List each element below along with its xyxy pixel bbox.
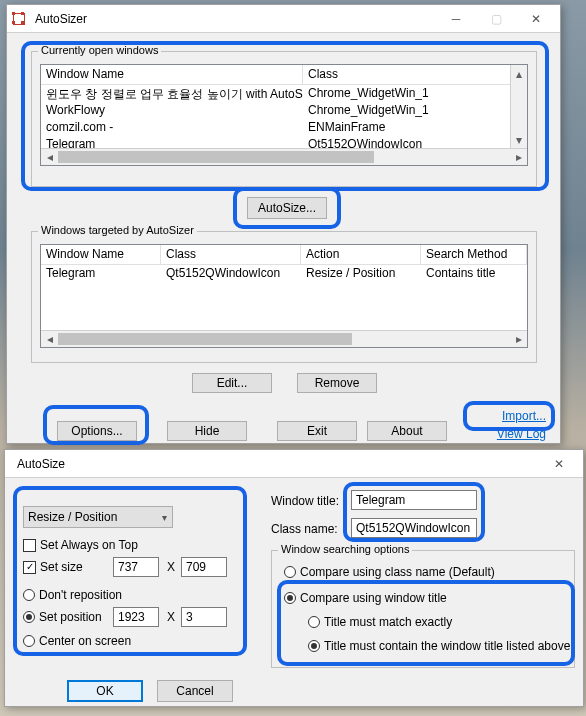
autosize-button[interactable]: AutoSize... <box>247 197 327 219</box>
width-input[interactable]: 737 <box>113 557 159 577</box>
list-row[interactable]: 윈도우 창 정렬로 업무 효율성 높이기 with AutoSize...Chr… <box>41 85 527 102</box>
col-action[interactable]: Action <box>301 245 421 264</box>
dont-reposition-radio[interactable]: Don't reposition <box>23 588 122 602</box>
group-search-options: Window searching options Compare using c… <box>271 550 575 668</box>
set-size-checkbox[interactable]: ✓Set size <box>23 560 83 574</box>
import-link[interactable]: Import... <box>502 409 546 423</box>
list-row[interactable]: WorkFlowyChrome_WidgetWin_1 <box>41 102 527 119</box>
hscrollbar[interactable]: ◂▸ <box>41 148 527 165</box>
edit-button[interactable]: Edit... <box>192 373 272 393</box>
dialog-titlebar: AutoSize ✕ <box>5 450 583 478</box>
remove-button[interactable]: Remove <box>297 373 377 393</box>
set-position-radio[interactable]: Set position <box>23 610 102 624</box>
height-input[interactable]: 709 <box>181 557 227 577</box>
class-name-label: Class name: <box>271 522 338 536</box>
always-on-top-checkbox[interactable]: Set Always on Top <box>23 538 138 552</box>
dialog-title: AutoSize <box>9 457 539 471</box>
options-button[interactable]: Options... <box>57 421 137 441</box>
app-icon <box>11 11 27 27</box>
autosizer-window: AutoSizer ─ ▢ ✕ Currently open windows W… <box>6 4 561 444</box>
title-contain-radio[interactable]: Title must contain the window title list… <box>308 639 570 653</box>
col-search-method[interactable]: Search Method <box>421 245 527 264</box>
group-targeted-title: Windows targeted by AutoSizer <box>38 224 197 236</box>
group-targeted: Windows targeted by AutoSizer Window Nam… <box>31 231 537 363</box>
window-title: AutoSizer <box>31 12 436 26</box>
ok-button[interactable]: OK <box>67 680 143 702</box>
hscrollbar[interactable]: ◂▸ <box>41 330 527 347</box>
group-open-title: Currently open windows <box>38 44 161 56</box>
open-windows-list[interactable]: Window Name Class 윈도우 창 정렬로 업무 효율성 높이기 w… <box>40 64 528 166</box>
list-row[interactable]: Telegram Qt5152QWindowIcon Resize / Posi… <box>41 265 527 282</box>
group-open-windows: Currently open windows Window Name Class… <box>31 51 537 187</box>
posy-input[interactable]: 3 <box>181 607 227 627</box>
col-window-name[interactable]: Window Name <box>41 245 161 264</box>
cancel-button[interactable]: Cancel <box>157 680 233 702</box>
maximize-button[interactable]: ▢ <box>476 7 516 31</box>
col-window-name[interactable]: Window Name <box>41 65 303 84</box>
close-button[interactable]: ✕ <box>516 7 556 31</box>
class-name-input[interactable]: Qt5152QWindowIcon <box>351 518 477 538</box>
size-x-label: X <box>167 560 175 574</box>
minimize-button[interactable]: ─ <box>436 7 476 31</box>
compare-title-radio[interactable]: Compare using window title <box>284 591 447 605</box>
window-title-input[interactable]: Telegram <box>351 490 477 510</box>
about-button[interactable]: About <box>367 421 447 441</box>
posx-input[interactable]: 1923 <box>113 607 159 627</box>
autosize-dialog: AutoSize ✕ Resize / Position Set Always … <box>4 449 584 707</box>
list-row[interactable]: comzil.com -ENMainFrame <box>41 119 527 136</box>
viewlog-link[interactable]: View Log <box>497 427 546 441</box>
hide-button[interactable]: Hide <box>167 421 247 441</box>
vscrollbar[interactable]: ▴▾ <box>510 65 527 148</box>
action-combo[interactable]: Resize / Position <box>23 506 173 528</box>
title-exact-radio[interactable]: Title must match exactly <box>308 615 452 629</box>
pos-x-label: X <box>167 610 175 624</box>
exit-button[interactable]: Exit <box>277 421 357 441</box>
group-search-title: Window searching options <box>278 543 412 555</box>
col-class[interactable]: Class <box>161 245 301 264</box>
window-title-label: Window title: <box>271 494 339 508</box>
compare-class-radio[interactable]: Compare using class name (Default) <box>284 565 495 579</box>
dialog-close-button[interactable]: ✕ <box>539 452 579 476</box>
col-class[interactable]: Class <box>303 65 527 84</box>
titlebar: AutoSizer ─ ▢ ✕ <box>7 5 560 33</box>
center-screen-radio[interactable]: Center on screen <box>23 634 131 648</box>
targeted-list[interactable]: Window Name Class Action Search Method T… <box>40 244 528 348</box>
